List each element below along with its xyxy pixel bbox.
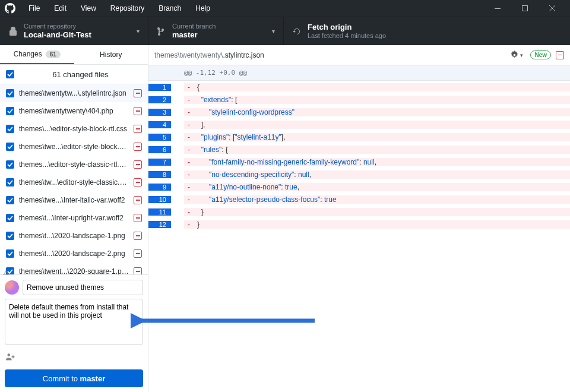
line-number: 12 xyxy=(148,221,171,228)
toolbar-branch-label: Current branch xyxy=(172,23,216,30)
diff-code: "extends": [ xyxy=(194,96,237,104)
maximize-icon[interactable] xyxy=(512,0,538,17)
menu-view[interactable]: View xyxy=(75,2,102,15)
app-menu: File Edit View Repository Branch Help xyxy=(23,2,216,15)
diff-line[interactable]: 2- "extends": [ xyxy=(148,93,570,106)
menu-branch[interactable]: Branch xyxy=(153,2,187,15)
diff-code: } xyxy=(194,220,200,229)
deleted-file-icon xyxy=(134,89,142,97)
deleted-file-icon xyxy=(134,214,142,222)
commit-button[interactable]: Commit to master xyxy=(5,369,143,387)
close-icon[interactable] xyxy=(539,0,565,17)
diff-line[interactable]: 8- "no-descending-specificity": null, xyxy=(148,168,570,181)
file-checkbox[interactable] xyxy=(6,125,14,133)
file-name: themes\t...\2020-landscape-1.png xyxy=(19,232,129,240)
line-number: 4 xyxy=(148,121,171,128)
menu-help[interactable]: Help xyxy=(189,2,216,15)
file-row[interactable]: themes\t...\2020-landscape-2.png xyxy=(0,245,148,263)
deleted-file-icon xyxy=(134,143,142,151)
tab-history[interactable]: History xyxy=(74,45,148,64)
line-number: 10 xyxy=(148,196,171,203)
deleted-file-icon xyxy=(134,160,142,169)
changed-files-list: themes\twentytw...\.stylelintrc.jsonthem… xyxy=(0,84,148,274)
diff-line[interactable]: 1-{ xyxy=(148,81,570,93)
diff-line[interactable]: 10- "a11y/selector-pseudo-class-focus": … xyxy=(148,193,570,206)
file-checkbox[interactable] xyxy=(6,107,14,115)
file-name: themes...\editor-style-classic-rtl.css xyxy=(19,160,129,169)
menu-file[interactable]: File xyxy=(23,2,46,15)
diff-line[interactable]: 6- "rules": { xyxy=(148,143,570,156)
title-bar: File Edit View Repository Branch Help xyxy=(0,0,570,17)
commit-description-input[interactable] xyxy=(5,299,143,345)
file-checkbox[interactable] xyxy=(6,214,14,222)
file-row[interactable]: themes\twentytw...\.stylelintrc.json xyxy=(0,84,148,102)
diff-file-name: .stylintrc.json xyxy=(223,51,264,59)
file-name: themes\...\editor-style-block-rtl.css xyxy=(19,125,129,133)
diff-marker: - xyxy=(184,121,194,129)
add-coauthor-button[interactable] xyxy=(5,350,143,366)
diff-marker: - xyxy=(184,183,194,191)
sidebar-tabs: Changes 61 History xyxy=(0,45,148,65)
file-row[interactable]: themes\tw...\editor-style-classic.css xyxy=(0,173,148,191)
file-checkbox[interactable] xyxy=(6,160,14,169)
line-number: 11 xyxy=(148,208,171,216)
diff-marker: - xyxy=(184,146,194,154)
select-all-checkbox[interactable] xyxy=(6,70,14,78)
toolbar-branch-value: master xyxy=(172,30,216,40)
file-checkbox[interactable] xyxy=(6,143,14,151)
window-controls xyxy=(484,0,565,17)
file-checkbox[interactable] xyxy=(6,232,14,240)
file-checkbox[interactable] xyxy=(6,178,14,186)
menu-repository[interactable]: Repository xyxy=(104,2,150,15)
diff-line[interactable]: 5- "plugins": ["stylelint-a11y"], xyxy=(148,131,570,143)
diff-line[interactable]: 7- "font-family-no-missing-generic-famil… xyxy=(148,156,570,168)
file-row[interactable]: themes\twent...\2020-square-1.png xyxy=(0,263,148,274)
diff-panel: themes\twentytwenty\.stylintrc.json ▾ Ne… xyxy=(148,45,570,392)
line-number: 5 xyxy=(148,134,171,141)
file-name: themes\t...\2020-landscape-2.png xyxy=(19,249,129,258)
deleted-file-icon xyxy=(556,51,564,59)
minimize-icon[interactable] xyxy=(484,0,511,17)
current-repository-dropdown[interactable]: Current repository Local-and-Git-Test ▾ xyxy=(0,17,148,45)
file-checkbox[interactable] xyxy=(6,196,14,204)
file-name: themes\twentytwenty\404.php xyxy=(19,107,129,115)
menu-edit[interactable]: Edit xyxy=(48,2,72,15)
file-row[interactable]: themes\t...\2020-landscape-1.png xyxy=(0,227,148,245)
changes-count-badge: 61 xyxy=(46,50,61,58)
file-row[interactable]: themes...\editor-style-classic-rtl.css xyxy=(0,156,148,173)
diff-line[interactable]: 4- ], xyxy=(148,118,570,131)
tab-changes[interactable]: Changes 61 xyxy=(0,45,74,64)
diff-marker: - xyxy=(184,158,194,166)
svg-rect-0 xyxy=(495,8,501,9)
changes-summary-row[interactable]: 61 changed files xyxy=(0,65,148,84)
file-row[interactable]: themes\twe...\editor-style-block.css xyxy=(0,138,148,156)
file-checkbox[interactable] xyxy=(6,249,14,258)
diff-line[interactable]: 9- "a11y/no-outline-none": true, xyxy=(148,181,570,193)
file-row[interactable]: themes\twe...\Inter-italic-var.woff2 xyxy=(0,191,148,209)
diff-marker: - xyxy=(184,108,194,116)
fetch-origin-button[interactable]: Fetch origin Last fetched 4 minutes ago xyxy=(284,17,570,45)
file-row[interactable]: themes\t...\Inter-upright-var.woff2 xyxy=(0,209,148,227)
line-number: 8 xyxy=(148,171,171,178)
diff-settings-button[interactable]: ▾ xyxy=(508,49,525,61)
toolbar-fetch-label: Fetch origin xyxy=(308,23,386,32)
commit-summary-input[interactable] xyxy=(23,280,143,295)
new-badge: New xyxy=(530,50,551,59)
file-name: themes\tw...\editor-style-classic.css xyxy=(19,178,129,186)
current-branch-dropdown[interactable]: Current branch master ▾ xyxy=(148,17,284,45)
diff-line[interactable]: 3- "stylelint-config-wordpress" xyxy=(148,106,570,118)
deleted-file-icon xyxy=(134,107,142,115)
sidebar: Changes 61 History 61 changed files them… xyxy=(0,45,148,392)
file-name: themes\t...\Inter-upright-var.woff2 xyxy=(19,214,129,222)
chevron-down-icon: ▾ xyxy=(520,52,523,58)
diff-code: "plugins": ["stylelint-a11y"], xyxy=(194,133,285,141)
diff-line[interactable]: 11- } xyxy=(148,206,570,218)
file-row[interactable]: themes\...\editor-style-block-rtl.css xyxy=(0,120,148,138)
diff-marker: - xyxy=(184,96,194,104)
diff-body[interactable]: 1-{2- "extends": [3- "stylelint-config-w… xyxy=(148,81,570,230)
diff-code: "a11y/selector-pseudo-class-focus": true xyxy=(194,195,337,204)
diff-line[interactable]: 12-} xyxy=(148,218,570,230)
file-row[interactable]: themes\twentytwenty\404.php xyxy=(0,102,148,120)
file-checkbox[interactable] xyxy=(6,89,14,97)
changes-summary-text: 61 changed files xyxy=(19,70,142,79)
